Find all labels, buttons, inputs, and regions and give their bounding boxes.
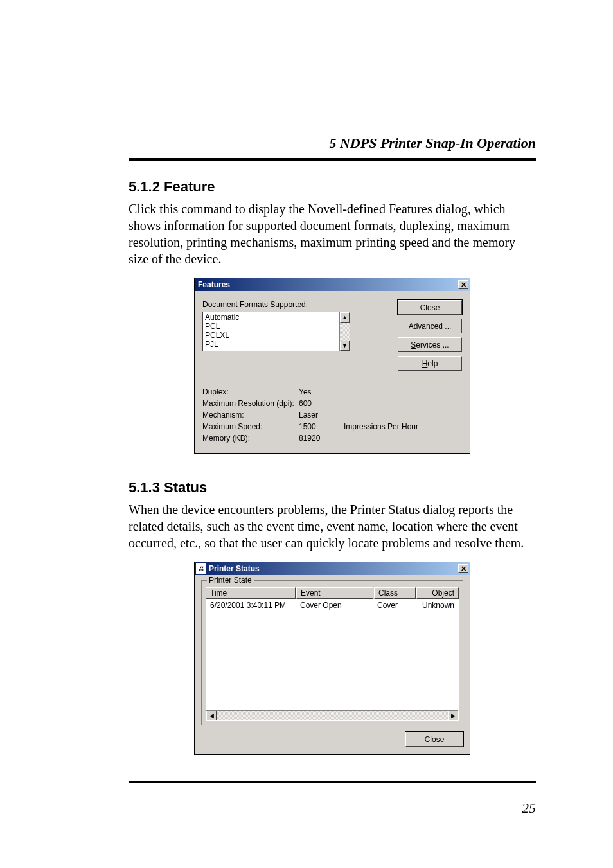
- maxspeed-unit: Impressions Per Hour: [344, 422, 462, 431]
- col-header-class[interactable]: Class: [374, 587, 416, 599]
- maxres-value: 600: [299, 399, 344, 408]
- status-column-headers: Time Event Class Object: [206, 587, 459, 599]
- hscroll-track[interactable]: [217, 711, 448, 720]
- section-513-paragraph: When the device encounters problems, the…: [129, 501, 536, 551]
- section-512-paragraph: Click this command to display the Novell…: [129, 200, 536, 267]
- features-title-text: Features: [198, 280, 230, 289]
- status-row[interactable]: 6/20/2001 3:40:11 PM Cover Open Cover Un…: [206, 599, 458, 611]
- printer-icon: 🖨: [196, 563, 206, 574]
- cell-event: Cover Open: [296, 601, 373, 610]
- memory-value: 81920: [299, 434, 344, 443]
- memory-label: Memory (KB):: [202, 434, 299, 443]
- header-rule: [129, 158, 536, 161]
- close-button-label: Close: [420, 303, 440, 312]
- scroll-down-button[interactable]: ▼: [340, 341, 350, 351]
- duplex-label: Duplex:: [202, 387, 299, 396]
- scroll-right-button[interactable]: ▶: [448, 711, 458, 720]
- status-close-button[interactable]: Close: [405, 732, 463, 747]
- format-item[interactable]: Automatic: [205, 313, 337, 322]
- running-header: 5 NDPS Printer Snap-In Operation: [129, 135, 536, 152]
- titlebar-close-button[interactable]: ✕: [458, 280, 468, 289]
- scroll-left-button[interactable]: ◀: [206, 711, 217, 720]
- cell-time: 6/20/2001 3:40:11 PM: [206, 601, 296, 610]
- format-item[interactable]: PCL: [205, 322, 337, 331]
- status-hscrollbar[interactable]: ◀ ▶: [206, 710, 458, 720]
- status-data-area[interactable]: 6/20/2001 3:40:11 PM Cover Open Cover Un…: [206, 599, 459, 721]
- status-titlebar[interactable]: 🖨 Printer Status ✕: [195, 562, 470, 575]
- mechanism-label: Mechanism:: [202, 411, 299, 420]
- section-513-title: 5.1.3 Status: [129, 479, 536, 496]
- features-titlebar[interactable]: Features ✕: [195, 278, 470, 291]
- maxspeed-label: Maximum Speed:: [202, 422, 299, 431]
- scroll-up-button[interactable]: ▲: [340, 312, 350, 323]
- formats-scrollbar[interactable]: ▲ ▼: [339, 312, 350, 351]
- formats-listbox[interactable]: Automatic PCL PCLXL PJL ▲ ▼: [202, 312, 350, 351]
- col-header-event[interactable]: Event: [296, 587, 373, 599]
- maxspeed-value: 1500: [299, 422, 344, 431]
- page-number: 25: [129, 800, 536, 817]
- cell-object: Unknown: [415, 601, 458, 610]
- features-dialog: Features ✕ Document Formats Supported: A…: [194, 278, 470, 454]
- printer-state-group-label: Printer State: [207, 576, 254, 585]
- formats-label: Document Formats Supported:: [202, 300, 393, 309]
- scroll-track[interactable]: [340, 323, 350, 341]
- section-512-title: 5.1.2 Feature: [129, 179, 536, 195]
- help-button[interactable]: Help: [398, 356, 462, 371]
- mechanism-value: Laser: [299, 411, 344, 420]
- close-button[interactable]: Close: [398, 300, 462, 315]
- status-title-text: Printer Status: [209, 564, 260, 573]
- advanced-button[interactable]: Advanced ...: [398, 319, 462, 333]
- maxres-label: Maximum Resolution (dpi):: [202, 399, 299, 408]
- duplex-value: Yes: [299, 387, 344, 396]
- col-header-object[interactable]: Object: [416, 587, 459, 599]
- services-button[interactable]: Services ...: [398, 337, 462, 352]
- printer-state-group: Printer State Time Event Class Object 6/…: [201, 580, 463, 725]
- col-header-time[interactable]: Time: [206, 587, 296, 599]
- footer-rule: [129, 781, 536, 783]
- cell-class: Cover: [373, 601, 415, 610]
- status-titlebar-close-button[interactable]: ✕: [458, 564, 468, 573]
- printer-status-dialog: 🖨 Printer Status ✕ Printer State Time Ev…: [194, 562, 470, 755]
- format-item[interactable]: PCLXL: [205, 331, 337, 340]
- format-item[interactable]: PJL: [205, 340, 337, 349]
